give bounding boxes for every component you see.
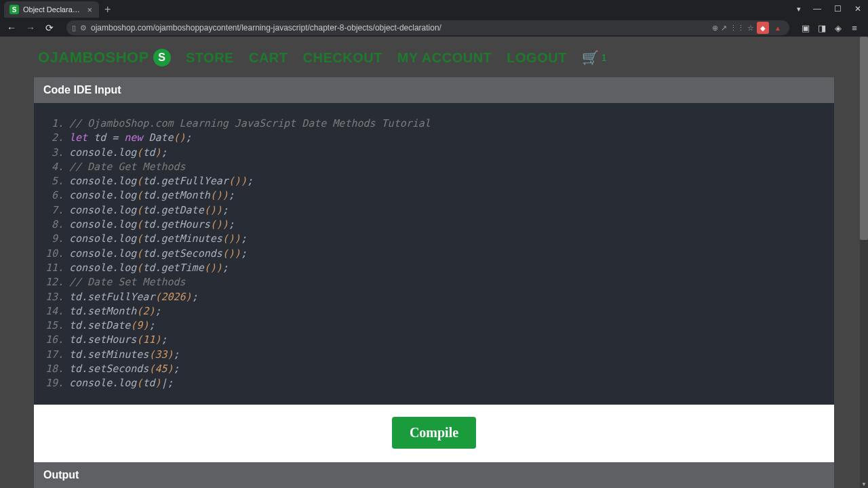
new-tab-button[interactable]: +	[99, 3, 116, 16]
browser-chrome: S Object Declaration - Ojamb × + ▾ — ☐ ✕…	[0, 0, 868, 37]
code-line: 17td.setMinutes(33);	[45, 348, 823, 362]
shield-extension-icon[interactable]: ◆	[757, 22, 769, 34]
line-number: 14	[45, 304, 64, 319]
code-line: 2let td = new Date();	[45, 131, 823, 145]
line-number: 1	[45, 117, 64, 131]
code-content: td.setMinutes(33);	[64, 348, 180, 362]
line-number: 6	[45, 188, 64, 203]
triangle-extension-icon[interactable]: ▲	[772, 22, 784, 34]
page-viewport: OJAMBOSHOP S STORE CART CHECKOUT MY ACCO…	[0, 37, 868, 488]
browser-tab[interactable]: S Object Declaration - Ojamb ×	[4, 1, 99, 18]
code-content: td.setFullYear(2026);	[64, 290, 198, 304]
code-content: console.log(td.getHours());	[64, 218, 235, 232]
code-line: 6console.log(td.getMonth());	[45, 188, 823, 203]
code-input-header: Code IDE Input	[34, 77, 834, 103]
bookmark-icon[interactable]: ▯	[72, 24, 76, 33]
code-line: 8console.log(td.getHours());	[45, 218, 823, 232]
line-number: 18	[45, 362, 64, 376]
code-line: 1// OjamboShop.com Learning JavaScript D…	[45, 117, 823, 131]
code-content: console.log(td.getTime());	[64, 261, 229, 275]
share-icon[interactable]: ↗	[721, 24, 727, 33]
site-header: OJAMBOSHOP S STORE CART CHECKOUT MY ACCO…	[0, 37, 868, 77]
line-number: 4	[45, 160, 64, 174]
close-tab-icon[interactable]: ×	[85, 5, 94, 15]
code-content: console.log(td.getFullYear());	[64, 174, 253, 188]
cart-count: 1	[601, 52, 607, 63]
extensions-button[interactable]: ◈	[831, 21, 845, 35]
maximize-button[interactable]: ☐	[827, 0, 848, 18]
code-line: 13td.setFullYear(2026);	[45, 290, 823, 304]
scrollbar[interactable]: ▲ ▼	[860, 37, 868, 488]
line-number: 2	[45, 131, 64, 145]
compile-row: Compile	[34, 405, 834, 461]
line-number: 10	[45, 247, 64, 261]
favicon-icon: S	[9, 5, 19, 14]
code-content: td.setSeconds(45);	[64, 362, 180, 376]
close-window-button[interactable]: ✕	[848, 0, 868, 18]
code-line: 12// Date Set Methods	[45, 275, 823, 289]
chevron-down-icon[interactable]: ▾	[791, 0, 807, 18]
rss-icon[interactable]: ⋮⋮	[730, 24, 745, 33]
code-content: // OjamboShop.com Learning JavaScript Da…	[64, 117, 431, 131]
star-icon[interactable]: ☆	[747, 24, 754, 33]
line-number: 9	[45, 232, 64, 246]
line-number: 5	[45, 174, 64, 188]
code-editor[interactable]: 1// OjamboShop.com Learning JavaScript D…	[34, 103, 834, 405]
code-content: td.setDate(9);	[64, 319, 155, 333]
menu-button[interactable]: ≡	[848, 21, 861, 35]
cart-widget[interactable]: 🛒 1	[582, 49, 607, 66]
line-number: 11	[45, 261, 64, 275]
code-line: 4// Date Get Methods	[45, 160, 823, 174]
sidepanel-button[interactable]: ◨	[815, 21, 829, 35]
minimize-button[interactable]: —	[807, 0, 827, 18]
brand-logo[interactable]: OJAMBOSHOP S	[38, 49, 171, 66]
code-line: 7console.log(td.getDate());	[45, 203, 823, 218]
code-content: let td = new Date();	[64, 131, 192, 145]
code-content: console.log(td.getSeconds());	[64, 247, 247, 261]
code-content: console.log(td)|;	[64, 376, 174, 390]
line-number: 12	[45, 275, 64, 289]
content-panel: Code IDE Input 1// OjamboShop.com Learni…	[34, 77, 834, 488]
code-content: console.log(td.getMonth());	[64, 188, 235, 203]
code-line: 3console.log(td);	[45, 146, 823, 160]
line-number: 17	[45, 348, 64, 362]
window-controls: ▾ — ☐ ✕	[791, 0, 868, 18]
nav-cart[interactable]: CART	[249, 50, 288, 66]
code-content: console.log(td.getDate());	[64, 203, 229, 218]
code-content: // Date Set Methods	[64, 275, 186, 289]
back-button[interactable]: ←	[4, 20, 19, 35]
nav-store[interactable]: STORE	[186, 50, 234, 66]
output-header: Output	[34, 462, 834, 488]
line-number: 7	[45, 203, 64, 218]
compile-button[interactable]: Compile	[392, 417, 476, 449]
cart-icon: 🛒	[582, 49, 599, 66]
scroll-down-icon[interactable]: ▼	[860, 480, 868, 488]
nav-my-account[interactable]: MY ACCOUNT	[397, 50, 492, 66]
zoom-icon[interactable]: ⊕	[712, 24, 718, 33]
url-box[interactable]: ▯ ⚙ ojamboshop.com/ojamboshoppaycontent/…	[66, 20, 789, 35]
code-line: 9console.log(td.getMinutes());	[45, 232, 823, 246]
line-number: 13	[45, 290, 64, 304]
brand-badge-icon: S	[153, 49, 171, 66]
forward-button[interactable]: →	[23, 20, 38, 35]
line-number: 19	[45, 376, 64, 390]
code-line: 14td.setMonth(2);	[45, 304, 823, 319]
code-line: 10console.log(td.getSeconds());	[45, 247, 823, 261]
code-line: 19console.log(td)|;	[45, 376, 823, 390]
line-number: 3	[45, 146, 64, 160]
brand-text: OJAMBOSHOP	[38, 49, 149, 66]
panel-button[interactable]: ▣	[799, 21, 812, 35]
url-bar-row: ← → ⟳ ▯ ⚙ ojamboshop.com/ojamboshoppayco…	[0, 19, 868, 37]
nav-checkout[interactable]: CHECKOUT	[303, 50, 382, 66]
code-line: 5console.log(td.getFullYear());	[45, 174, 823, 188]
reload-button[interactable]: ⟳	[42, 20, 57, 35]
line-number: 8	[45, 218, 64, 232]
nav-logout[interactable]: LOGOUT	[507, 50, 567, 66]
url-text: ojamboshop.com/ojamboshoppaycontent/lear…	[91, 23, 708, 33]
code-content: console.log(td.getMinutes());	[64, 232, 247, 246]
code-line: 15td.setDate(9);	[45, 319, 823, 333]
site-settings-icon[interactable]: ⚙	[80, 24, 87, 33]
scroll-thumb[interactable]	[860, 37, 868, 240]
line-number: 16	[45, 333, 64, 347]
line-number: 15	[45, 319, 64, 333]
